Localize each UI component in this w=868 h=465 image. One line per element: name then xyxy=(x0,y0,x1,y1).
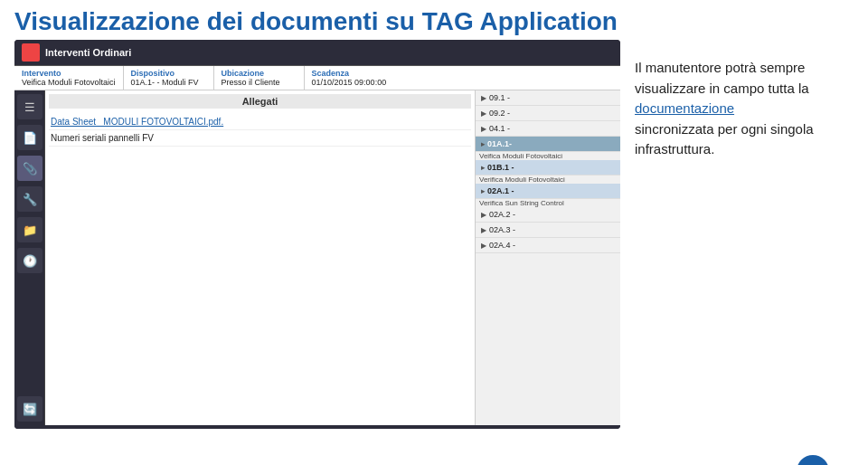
panel-title: Interventi Ordinari xyxy=(45,47,131,58)
scadenza-value: 01/10/2015 09:00:00 xyxy=(312,78,388,87)
tree-item-4[interactable]: ▸01B.1 - xyxy=(476,160,620,176)
qualibus-logo: q qualibus quality time for your busines… xyxy=(771,455,854,466)
info-row: Intervento Veifica Moduli Fotovoltaici D… xyxy=(14,66,620,90)
tree-sub-3: Veifica Moduli Fotovoltaici xyxy=(476,152,620,160)
app-panel: Interventi Ordinari Intervento Veifica M… xyxy=(14,40,620,429)
app-content: ☰ 📄 📎 🔧 📁 🕐 🔄 Allegati Data Sheet _MODUL… xyxy=(14,90,620,425)
tree-arrow-icon: ▶ xyxy=(481,226,486,234)
tree-item-3[interactable]: ▸01A.1- xyxy=(476,137,620,152)
tree-arrow-icon: ▶ xyxy=(481,211,486,219)
doc-item-0[interactable]: Data Sheet _MODULI FOTOVOLTAICI.pdf. xyxy=(49,114,471,130)
tree-arrow-icon: ▶ xyxy=(481,109,486,118)
allegati-header: Allegati xyxy=(49,94,471,109)
desc-underline: documentazione xyxy=(635,99,850,119)
tree-sub-4: Verifica Moduli Fotovoltaici xyxy=(476,176,620,184)
bottom-bar: TAG APPLICATION q qualibus quality time … xyxy=(0,456,868,465)
tree-item-8[interactable]: ▶02A.4 - xyxy=(476,238,620,253)
sidebar-icon-history[interactable]: 🕐 xyxy=(17,248,42,273)
sidebar-icon-refresh[interactable]: 🔄 xyxy=(17,396,42,422)
tree-item-5[interactable]: ▸02A.1 - xyxy=(476,184,620,199)
middle-section: Allegati Data Sheet _MODULI FOTOVOLTAICI… xyxy=(45,90,620,425)
qualibus-icon: q xyxy=(797,455,829,466)
tree-sub-5: Verifica Sun String Control xyxy=(476,199,620,207)
sidebar-icon-attach[interactable]: 📎 xyxy=(17,156,42,181)
scadenza-cell: Scadenza 01/10/2015 09:00:00 xyxy=(305,66,395,90)
dispositivo-label: Dispositivo xyxy=(131,69,206,78)
tree-arrow-icon: ▸ xyxy=(481,187,485,195)
sidebar-icon-list[interactable]: ☰ xyxy=(17,94,42,119)
tree-label-0: 09.1 - xyxy=(489,93,510,102)
intervento-value: Veifica Moduli Fotovoltaici xyxy=(22,78,116,87)
tree-item-7[interactable]: ▶02A.3 - xyxy=(476,223,620,238)
tree-label-7: 02A.3 - xyxy=(489,225,515,234)
sidebar-icon-tools[interactable]: 🔧 xyxy=(17,186,42,212)
sidebar-icon-doc[interactable]: 📄 xyxy=(17,125,42,150)
sidebar-icon-folder[interactable]: 📁 xyxy=(17,217,42,242)
intervento-cell: Intervento Veifica Moduli Fotovoltaici xyxy=(14,66,124,90)
page-title: Visualizzazione dei documenti su TAG App… xyxy=(0,0,868,40)
tree-list: ▶09.1 -▶09.2 -▶04.1 -▸01A.1-Veifica Modu… xyxy=(476,90,620,425)
intervento-label: Intervento xyxy=(22,69,116,78)
scadenza-label: Scadenza xyxy=(312,69,388,78)
tree-label-3: 01A.1- xyxy=(487,139,512,148)
tree-label-2: 04.1 - xyxy=(489,124,510,133)
tree-item-2[interactable]: ▶04.1 - xyxy=(476,121,620,137)
tree-label-8: 02A.4 - xyxy=(489,241,515,250)
status-bar: 🏠 💾 📋 🔧 🔴 🔄 ☁ Azienda agricola Zaccarell… xyxy=(14,425,620,429)
tree-arrow-icon: ▶ xyxy=(481,125,486,133)
tree-arrow-icon: ▸ xyxy=(481,140,485,148)
dispositivo-value: 01A.1- - Moduli FV xyxy=(131,78,206,87)
description-panel: Il manutentore potrà sempre visualizzare… xyxy=(620,40,864,456)
ubicazione-value: Presso il Cliente xyxy=(222,78,297,87)
tree-arrow-icon: ▸ xyxy=(481,164,485,172)
tree-arrow-icon: ▶ xyxy=(481,242,486,250)
doc-item-1[interactable]: Numeri seriali pannelli FV xyxy=(49,130,471,147)
tree-label-6: 02A.2 - xyxy=(489,210,515,219)
tree-label-1: 09.2 - xyxy=(489,109,510,118)
tree-item-1[interactable]: ▶09.2 - xyxy=(476,106,620,121)
desc-text2: sincronizzata per ogni singola infrastru… xyxy=(635,119,850,160)
tree-label-4: 01B.1 - xyxy=(487,163,514,172)
sidebar: ☰ 📄 📎 🔧 📁 🕐 🔄 xyxy=(14,90,45,425)
tree-label-5: 02A.1 - xyxy=(487,186,514,195)
main-area: Allegati Data Sheet _MODULI FOTOVOLTAICI… xyxy=(45,90,620,425)
desc-text1: Il manutentore potrà sempre visualizzare… xyxy=(635,58,850,99)
panel-header: Interventi Ordinari xyxy=(14,40,620,66)
doc-list: Allegati Data Sheet _MODULI FOTOVOLTAICI… xyxy=(45,90,476,425)
ubicazione-cell: Ubicazione Presso il Cliente xyxy=(214,66,305,90)
dispositivo-cell: Dispositivo 01A.1- - Moduli FV xyxy=(124,66,214,90)
ubicazione-label: Ubicazione xyxy=(222,69,297,78)
tree-arrow-icon: ▶ xyxy=(481,94,486,102)
tree-item-6[interactable]: ▶02A.2 - xyxy=(476,207,620,223)
checkbox-icon[interactable] xyxy=(22,43,40,62)
tree-item-0[interactable]: ▶09.1 - xyxy=(476,90,620,106)
